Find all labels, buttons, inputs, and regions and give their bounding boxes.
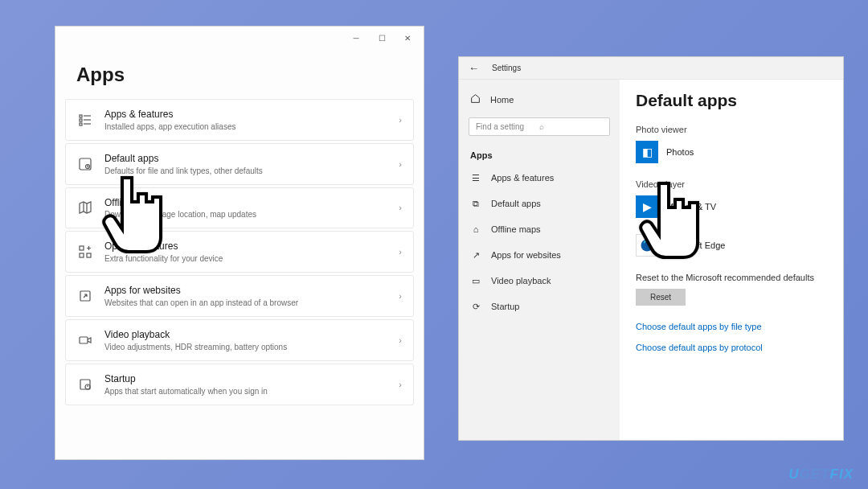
item-label: Apps for websites	[104, 284, 399, 298]
open-icon: ↗	[470, 249, 481, 261]
svg-rect-4	[80, 123, 82, 125]
item-desc: Video adjustments, HDR streaming, batter…	[104, 342, 399, 352]
nav-video-playback[interactable]: ▭ Video playback	[459, 268, 620, 294]
web-browser-choice[interactable]: Microsoft Edge	[636, 234, 827, 257]
default-apps-icon	[77, 156, 93, 172]
chevron-right-icon: ›	[399, 203, 402, 212]
svg-rect-10	[87, 253, 91, 257]
edge-tile-icon	[636, 234, 658, 257]
back-button[interactable]: ←	[469, 62, 479, 74]
search-icon: ⌕	[539, 122, 603, 131]
offline-maps-item[interactable]: Offline maps Downloads, storage location…	[65, 187, 414, 229]
titlebar: ─ ☐ ✕	[55, 27, 424, 49]
item-label: Apps & features	[104, 108, 399, 121]
close-button[interactable]: ✕	[395, 28, 420, 47]
nav-offline-maps[interactable]: ⌂ Offline maps	[459, 216, 620, 242]
photo-viewer-label: Photo viewer	[636, 125, 827, 134]
svg-rect-2	[80, 119, 82, 121]
grid-plus-icon	[77, 244, 93, 260]
nav-label: Apps & features	[491, 173, 554, 183]
movies-tv-app-name: Movies & TV	[666, 202, 716, 212]
photos-app-name: Photos	[666, 147, 694, 157]
video-playback-item[interactable]: Video playback Video adjustments, HDR st…	[65, 319, 414, 361]
sidebar: Home Find a setting ⌕ Apps ☰ Apps & feat…	[459, 80, 620, 440]
item-label: Video playback	[104, 328, 399, 342]
minimize-button[interactable]: ─	[343, 28, 369, 47]
nav-startup[interactable]: ⟳ Startup	[459, 294, 620, 319]
maximize-button[interactable]: ☐	[369, 28, 395, 47]
item-desc: Apps that start automatically when you s…	[104, 386, 399, 397]
content-title: Default apps	[636, 91, 827, 110]
startup-item[interactable]: Startup Apps that start automatically wh…	[65, 364, 414, 405]
reset-text: Reset to the Microsoft recommended defau…	[636, 273, 827, 282]
settings-title: Settings	[492, 64, 521, 72]
nav-label: Default apps	[491, 199, 541, 208]
nav-apps-websites[interactable]: ↗ Apps for websites	[459, 242, 620, 268]
chevron-right-icon: ›	[399, 380, 402, 389]
apps-window: ─ ☐ ✕ Apps Apps & features Installed app…	[55, 26, 424, 460]
photo-viewer-choice[interactable]: ◧ Photos	[636, 141, 827, 163]
svg-rect-12	[80, 337, 88, 343]
item-label: Default apps	[104, 152, 399, 166]
page-title: Apps	[55, 49, 424, 99]
list-icon	[77, 112, 93, 128]
settings-window: ← Settings Home Find a setting ⌕ Apps ☰ …	[458, 56, 844, 441]
item-label: Startup	[104, 372, 399, 386]
startup-icon	[77, 376, 93, 392]
optional-features-item[interactable]: Optional features Extra functionality fo…	[65, 231, 414, 273]
chevron-right-icon: ›	[399, 115, 402, 125]
apps-features-item[interactable]: Apps & features Installed apps, app exec…	[65, 99, 414, 141]
svg-rect-0	[80, 115, 82, 117]
open-icon	[77, 288, 93, 304]
search-input[interactable]: Find a setting ⌕	[469, 117, 610, 136]
nav-label: Offline maps	[491, 224, 541, 234]
default-icon: ⧉	[470, 198, 481, 209]
reset-button[interactable]: Reset	[636, 289, 686, 306]
chevron-right-icon: ›	[399, 247, 402, 257]
svg-rect-8	[80, 246, 84, 250]
video-player-choice[interactable]: ▶ Movies & TV	[636, 195, 827, 218]
sidebar-home[interactable]: Home	[459, 88, 620, 111]
link-file-type[interactable]: Choose default apps by file type	[636, 322, 827, 331]
settings-header: ← Settings	[459, 57, 843, 80]
nav-label: Apps for websites	[491, 250, 561, 260]
watermark: UGETFIX	[788, 466, 854, 483]
content-pane: Default apps Photo viewer ◧ Photos Video…	[620, 80, 843, 440]
link-protocol[interactable]: Choose default apps by protocol	[636, 343, 827, 352]
video-player-label: Video player	[636, 179, 827, 189]
video-icon	[77, 332, 93, 348]
apps-list: Apps & features Installed apps, app exec…	[55, 99, 424, 405]
movies-tv-tile-icon: ▶	[636, 195, 658, 218]
search-placeholder: Find a setting	[476, 122, 539, 131]
map-icon	[77, 199, 93, 216]
item-label: Optional features	[104, 240, 399, 253]
home-icon	[470, 93, 481, 105]
item-desc: Websites that can open in an app instead…	[104, 298, 399, 308]
sidebar-section: Apps	[459, 144, 620, 165]
chevron-right-icon: ›	[399, 335, 402, 345]
map-icon: ⌂	[470, 224, 481, 235]
chevron-right-icon: ›	[399, 159, 402, 169]
nav-default-apps[interactable]: ⧉ Default apps	[459, 191, 620, 216]
item-desc: Installed apps, app execution aliases	[104, 121, 399, 132]
nav-label: Video playback	[491, 276, 551, 286]
nav-label: Startup	[491, 302, 519, 311]
chevron-right-icon: ›	[399, 291, 402, 301]
apps-for-websites-item[interactable]: Apps for websites Websites that can open…	[65, 275, 414, 317]
item-desc: Downloads, storage location, map updates	[104, 209, 399, 220]
item-label: Offline maps	[104, 196, 399, 210]
photos-tile-icon: ◧	[636, 141, 658, 163]
list-icon: ☰	[470, 172, 481, 183]
home-label: Home	[490, 95, 514, 105]
startup-icon: ⟳	[470, 301, 481, 312]
item-desc: Extra functionality for your device	[104, 253, 399, 264]
nav-apps-features[interactable]: ☰ Apps & features	[459, 165, 620, 191]
default-apps-item[interactable]: Default apps Defaults for file and link …	[65, 143, 414, 185]
svg-rect-9	[80, 253, 84, 257]
edge-app-name: Microsoft Edge	[666, 240, 725, 250]
video-icon: ▭	[470, 275, 481, 286]
item-desc: Defaults for file and link types, other …	[104, 166, 399, 176]
